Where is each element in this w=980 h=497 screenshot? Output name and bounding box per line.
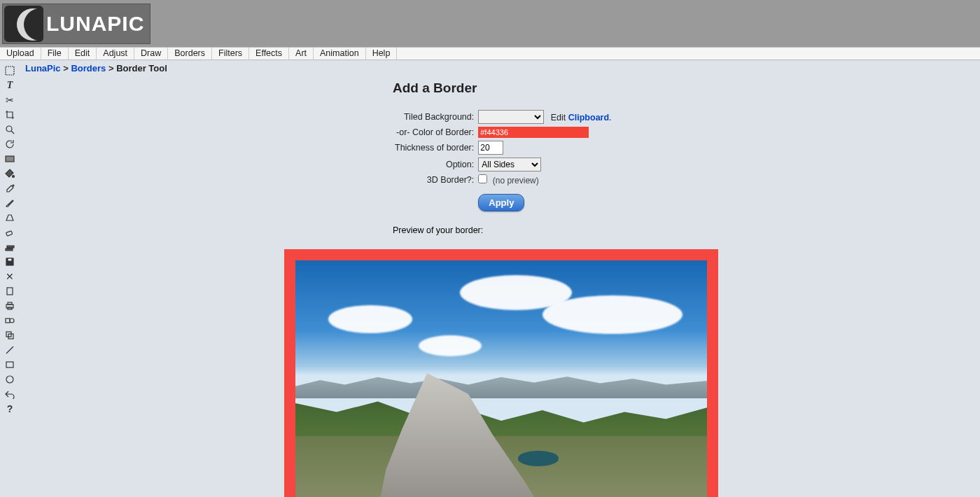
border-color-input[interactable]	[478, 127, 589, 138]
menu-adjust[interactable]: Adjust	[97, 48, 134, 59]
logo-text: LUNAPIC	[46, 12, 144, 36]
preview-border	[284, 249, 718, 497]
menu-borders[interactable]: Borders	[168, 48, 212, 59]
line-icon[interactable]	[4, 344, 16, 356]
apply-button[interactable]: Apply	[478, 194, 524, 211]
breadcrumb-borders[interactable]: Borders	[71, 63, 106, 74]
svg-point-3	[13, 175, 15, 177]
select-icon[interactable]	[4, 64, 16, 76]
menu-filters[interactable]: Filters	[212, 48, 249, 59]
menu-file[interactable]: File	[41, 48, 69, 59]
logo[interactable]: LUNAPIC	[2, 4, 150, 44]
option-label: Option:	[393, 156, 476, 173]
save-icon[interactable]	[4, 255, 16, 267]
thickness-input[interactable]	[478, 141, 503, 155]
breadcrumb-sep: >	[108, 63, 114, 74]
svg-rect-15	[6, 362, 13, 368]
edit-text: Edit	[551, 113, 568, 122]
breadcrumb-current: Border Tool	[116, 63, 167, 74]
zoom-icon[interactable]	[4, 123, 16, 135]
no-preview-text: (no preview)	[493, 176, 539, 186]
svg-rect-6	[8, 258, 12, 261]
svg-rect-9	[8, 302, 12, 304]
print-icon[interactable]	[4, 300, 16, 312]
perspective-icon[interactable]	[4, 211, 16, 223]
svg-point-1	[6, 126, 12, 132]
tiled-label: Tiled Background:	[393, 108, 476, 125]
svg-rect-4	[6, 230, 13, 235]
layers-icon[interactable]	[4, 241, 16, 253]
three-d-checkbox[interactable]	[478, 174, 487, 183]
brush-icon[interactable]	[4, 197, 16, 209]
crop-icon[interactable]	[4, 108, 16, 120]
blank-icon[interactable]	[4, 285, 16, 297]
logo-crescent-icon	[4, 6, 43, 42]
close-icon[interactable]: ✕	[4, 270, 16, 282]
tiled-background-select[interactable]	[478, 110, 544, 124]
preview-image	[295, 260, 707, 497]
header: LUNAPIC	[0, 0, 980, 47]
circle-icon[interactable]	[4, 373, 16, 385]
undo-icon[interactable]	[4, 388, 16, 400]
threed-label: 3D Border?:	[393, 173, 476, 187]
svg-rect-11	[6, 318, 10, 323]
menubar: Upload File Edit Adjust Draw Borders Fil…	[0, 47, 980, 60]
rotate-icon[interactable]	[4, 138, 16, 150]
preview-label: Preview of your border:	[393, 225, 974, 235]
breadcrumb-home[interactable]: LunaPic	[25, 63, 61, 74]
help-icon[interactable]: ?	[4, 402, 16, 414]
menu-effects[interactable]: Effects	[249, 48, 289, 59]
svg-point-12	[10, 318, 14, 323]
menu-upload[interactable]: Upload	[0, 48, 41, 59]
shapes-icon[interactable]	[4, 314, 16, 326]
color-label: -or- Color of Border:	[393, 125, 476, 139]
menu-art[interactable]: Art	[289, 48, 314, 59]
duplicate-icon[interactable]	[4, 329, 16, 341]
page-title: Add a Border	[393, 80, 974, 96]
menu-edit[interactable]: Edit	[69, 48, 97, 59]
menu-help[interactable]: Help	[366, 48, 398, 59]
breadcrumb: LunaPic > Borders > Border Tool	[25, 63, 974, 74]
clipboard-link[interactable]: Clipboard	[568, 113, 609, 122]
text-icon[interactable]: T	[4, 79, 16, 91]
menu-animation[interactable]: Animation	[314, 48, 366, 59]
breadcrumb-sep: >	[63, 63, 69, 74]
menu-draw[interactable]: Draw	[134, 48, 168, 59]
fill-icon[interactable]	[4, 167, 16, 179]
option-select[interactable]: All Sides	[478, 158, 541, 172]
gradient-icon[interactable]	[4, 153, 16, 164]
cut-icon[interactable]: ✂	[4, 94, 16, 106]
rect-icon[interactable]	[4, 358, 16, 370]
svg-rect-2	[6, 156, 14, 162]
left-toolbar: T ✂ ✕ ?	[0, 60, 20, 497]
border-form: Tiled Background: Edit Clipboard. -or- C…	[393, 108, 614, 213]
eyedropper-icon[interactable]	[4, 182, 16, 194]
thickness-label: Thickness of border:	[393, 139, 476, 156]
svg-rect-7	[7, 288, 13, 295]
svg-rect-0	[6, 66, 14, 75]
svg-point-16	[6, 376, 13, 383]
eraser-icon[interactable]	[4, 226, 16, 238]
